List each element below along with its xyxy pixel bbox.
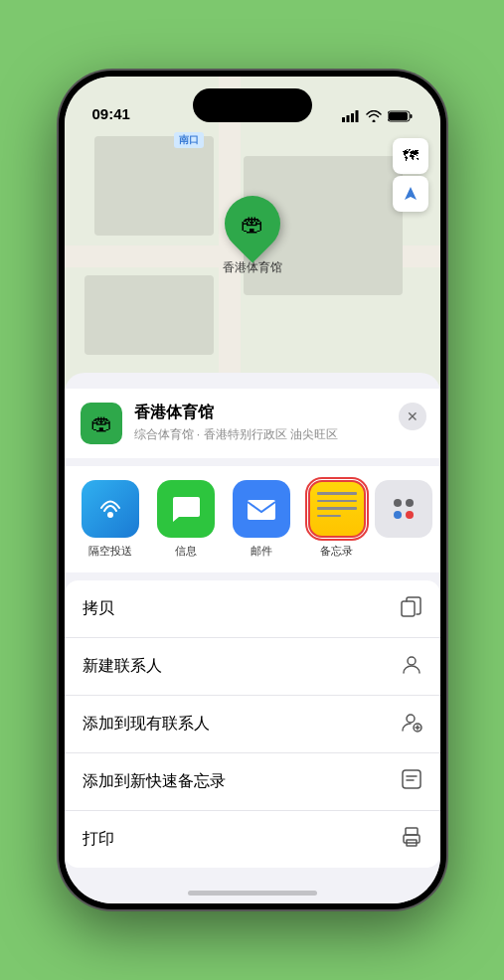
wifi-icon (366, 110, 382, 122)
svg-rect-9 (402, 601, 415, 616)
venue-icon: 🏟 (81, 403, 122, 444)
svg-rect-0 (342, 117, 345, 122)
close-button[interactable]: ✕ (399, 403, 426, 430)
action-print[interactable]: 打印 (65, 811, 440, 868)
add-contact-icon (401, 711, 422, 737)
status-icons (342, 110, 413, 124)
action-add-to-contact[interactable]: 添加到现有联系人 (65, 696, 440, 753)
print-icon (401, 826, 422, 853)
action-new-contact[interactable]: 新建联系人 (65, 638, 440, 696)
map-controls: 🗺 (393, 138, 428, 212)
mail-icon (233, 480, 290, 538)
action-copy[interactable]: 拷贝 (65, 580, 440, 638)
stadium-icon: 🏟 (241, 210, 264, 238)
airdrop-label: 隔空投送 (88, 544, 132, 559)
action-list: 拷贝 新建联系人 (65, 580, 440, 868)
action-print-label: 打印 (83, 829, 114, 850)
location-button[interactable] (393, 176, 428, 212)
home-indicator (188, 891, 317, 896)
phone-screen: 09:41 (65, 77, 440, 903)
copy-icon (401, 595, 422, 622)
action-add-notes[interactable]: 添加到新快速备忘录 (65, 753, 440, 811)
signal-icon (342, 110, 360, 122)
map-view-button[interactable]: 🗺 (393, 138, 428, 174)
svg-rect-8 (248, 500, 275, 520)
share-item-notes[interactable]: 备忘录 (303, 480, 371, 559)
share-item-airdrop[interactable]: 隔空投送 (77, 480, 144, 559)
airdrop-icon (82, 480, 139, 538)
dynamic-island (193, 88, 312, 122)
messages-label: 信息 (175, 544, 197, 559)
battery-icon (388, 110, 413, 122)
svg-rect-1 (346, 115, 349, 122)
notes-label: 备忘录 (320, 544, 353, 559)
svg-rect-13 (403, 770, 420, 788)
svg-point-11 (407, 715, 415, 723)
share-row: 隔空投送 信息 (65, 466, 440, 572)
messages-icon (157, 480, 215, 538)
stadium-marker[interactable]: 🏟 香港体育馆 (223, 196, 282, 276)
svg-rect-14 (406, 828, 418, 835)
action-add-notes-label: 添加到新快速备忘录 (83, 771, 226, 792)
svg-rect-5 (410, 114, 412, 118)
phone-frame: 09:41 (59, 71, 446, 909)
notes-icon (308, 480, 366, 538)
add-notes-icon (401, 768, 422, 795)
svg-rect-2 (351, 113, 354, 122)
bottom-sheet: 🏟 香港体育馆 综合体育馆 · 香港特别行政区 油尖旺区 ✕ (65, 373, 440, 903)
action-copy-label: 拷贝 (83, 598, 114, 619)
svg-point-10 (408, 657, 416, 665)
svg-point-7 (107, 512, 113, 518)
venue-header: 🏟 香港体育馆 综合体育馆 · 香港特别行政区 油尖旺区 ✕ (65, 389, 440, 458)
share-item-mail[interactable]: 邮件 (228, 480, 295, 559)
new-contact-icon (401, 653, 422, 680)
action-new-contact-label: 新建联系人 (83, 656, 162, 677)
share-item-more[interactable] (379, 480, 428, 559)
venue-subtitle: 综合体育馆 · 香港特别行政区 油尖旺区 (134, 426, 424, 443)
map-south-label: 南口 (174, 132, 204, 148)
mail-label: 邮件 (251, 544, 272, 559)
status-time: 09:41 (92, 105, 130, 124)
share-item-messages[interactable]: 信息 (152, 480, 220, 559)
more-icon (375, 480, 432, 538)
svg-rect-6 (389, 112, 408, 120)
venue-info: 香港体育馆 综合体育馆 · 香港特别行政区 油尖旺区 (134, 403, 424, 443)
venue-name: 香港体育馆 (134, 403, 424, 423)
svg-rect-3 (355, 110, 358, 122)
action-add-to-contact-label: 添加到现有联系人 (83, 714, 210, 735)
